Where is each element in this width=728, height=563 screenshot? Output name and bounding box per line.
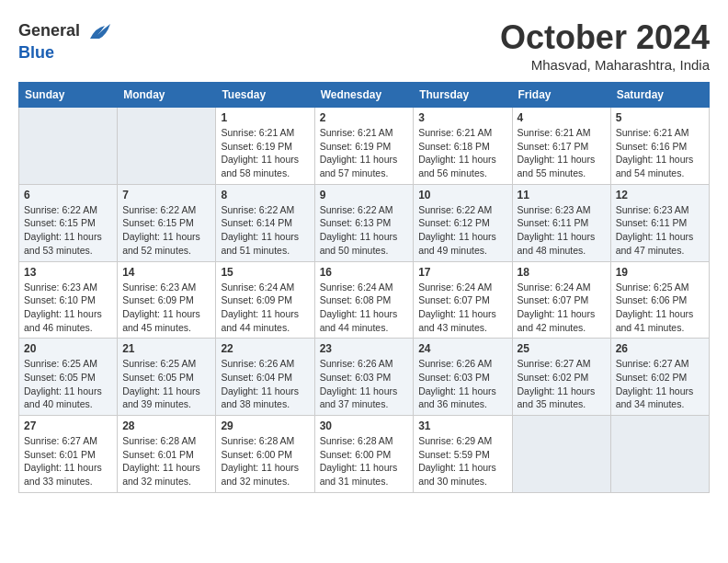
- weekday-header-monday: Monday: [118, 83, 216, 108]
- weekday-header-row: SundayMondayTuesdayWednesdayThursdayFrid…: [19, 83, 710, 108]
- cell-info: Sunrise: 6:21 AMSunset: 6:18 PMDaylight:…: [418, 126, 506, 180]
- day-number: 24: [418, 342, 506, 355]
- month-title: October 2024: [500, 18, 710, 57]
- logo: General Blue: [18, 18, 112, 63]
- calendar-cell: [512, 416, 610, 493]
- calendar-cell: 23Sunrise: 6:26 AMSunset: 6:03 PMDayligh…: [314, 339, 414, 416]
- cell-info: Sunrise: 6:27 AMSunset: 6:02 PMDaylight:…: [518, 357, 606, 411]
- day-number: 15: [221, 266, 309, 279]
- day-number: 18: [518, 266, 606, 279]
- calendar-table: SundayMondayTuesdayWednesdayThursdayFrid…: [18, 82, 710, 493]
- calendar-cell: [610, 416, 709, 493]
- day-number: 25: [518, 342, 606, 355]
- location: Mhasvad, Maharashtra, India: [500, 57, 710, 73]
- calendar-cell: [19, 108, 118, 185]
- day-number: 12: [616, 189, 704, 201]
- calendar-cell: 7Sunrise: 6:22 AMSunset: 6:15 PMDaylight…: [118, 184, 216, 261]
- logo-general: General: [18, 21, 80, 40]
- day-number: 13: [24, 266, 112, 279]
- calendar-cell: 28Sunrise: 6:28 AMSunset: 6:01 PMDayligh…: [118, 416, 216, 493]
- calendar-cell: 26Sunrise: 6:27 AMSunset: 6:02 PMDayligh…: [610, 339, 709, 416]
- calendar-cell: 24Sunrise: 6:26 AMSunset: 6:03 PMDayligh…: [414, 339, 512, 416]
- cell-info: Sunrise: 6:22 AMSunset: 6:13 PMDaylight:…: [320, 203, 409, 258]
- cell-info: Sunrise: 6:24 AMSunset: 6:09 PMDaylight:…: [221, 281, 309, 335]
- weekday-header-saturday: Saturday: [610, 83, 709, 108]
- cell-info: Sunrise: 6:27 AMSunset: 6:01 PMDaylight:…: [24, 434, 112, 488]
- day-number: 1: [221, 111, 309, 124]
- day-number: 9: [320, 189, 409, 201]
- calendar-cell: 25Sunrise: 6:27 AMSunset: 6:02 PMDayligh…: [512, 339, 610, 416]
- day-number: 10: [418, 189, 506, 201]
- day-number: 31: [418, 419, 506, 432]
- day-number: 7: [122, 189, 210, 201]
- calendar-cell: 4Sunrise: 6:21 AMSunset: 6:17 PMDaylight…: [512, 108, 610, 185]
- cell-info: Sunrise: 6:24 AMSunset: 6:07 PMDaylight:…: [518, 281, 606, 335]
- calendar-week-5: 27Sunrise: 6:27 AMSunset: 6:01 PMDayligh…: [19, 416, 710, 493]
- cell-info: Sunrise: 6:26 AMSunset: 6:03 PMDaylight:…: [418, 357, 506, 411]
- cell-info: Sunrise: 6:21 AMSunset: 6:19 PMDaylight:…: [221, 126, 309, 180]
- cell-info: Sunrise: 6:23 AMSunset: 6:09 PMDaylight:…: [122, 281, 210, 335]
- calendar-cell: 12Sunrise: 6:23 AMSunset: 6:11 PMDayligh…: [610, 184, 709, 261]
- weekday-header-friday: Friday: [512, 83, 610, 108]
- calendar-cell: 31Sunrise: 6:29 AMSunset: 5:59 PMDayligh…: [414, 416, 512, 493]
- cell-info: Sunrise: 6:25 AMSunset: 6:05 PMDaylight:…: [24, 357, 112, 411]
- day-number: 27: [24, 419, 112, 432]
- calendar-cell: [118, 108, 216, 185]
- calendar-cell: 2Sunrise: 6:21 AMSunset: 6:19 PMDaylight…: [314, 108, 414, 185]
- title-block: October 2024 Mhasvad, Maharashtra, India: [500, 18, 710, 73]
- calendar-cell: 30Sunrise: 6:28 AMSunset: 6:00 PMDayligh…: [314, 416, 414, 493]
- cell-info: Sunrise: 6:21 AMSunset: 6:16 PMDaylight:…: [616, 126, 704, 180]
- calendar-cell: 27Sunrise: 6:27 AMSunset: 6:01 PMDayligh…: [19, 416, 118, 493]
- day-number: 17: [418, 266, 506, 279]
- calendar-cell: 13Sunrise: 6:23 AMSunset: 6:10 PMDayligh…: [19, 261, 118, 339]
- day-number: 29: [221, 419, 309, 432]
- calendar-week-1: 1Sunrise: 6:21 AMSunset: 6:19 PMDaylight…: [19, 108, 710, 185]
- calendar-week-2: 6Sunrise: 6:22 AMSunset: 6:15 PMDaylight…: [19, 184, 710, 261]
- weekday-header-wednesday: Wednesday: [314, 83, 414, 108]
- page-header: General Blue October 2024 Mhasvad, Mahar…: [18, 18, 710, 73]
- calendar-cell: 6Sunrise: 6:22 AMSunset: 6:15 PMDaylight…: [19, 184, 118, 261]
- calendar-cell: 18Sunrise: 6:24 AMSunset: 6:07 PMDayligh…: [512, 261, 610, 339]
- cell-info: Sunrise: 6:23 AMSunset: 6:10 PMDaylight:…: [24, 281, 112, 335]
- cell-info: Sunrise: 6:22 AMSunset: 6:15 PMDaylight:…: [122, 203, 210, 258]
- calendar-cell: 14Sunrise: 6:23 AMSunset: 6:09 PMDayligh…: [118, 261, 216, 339]
- weekday-header-thursday: Thursday: [414, 83, 512, 108]
- calendar-cell: 15Sunrise: 6:24 AMSunset: 6:09 PMDayligh…: [216, 261, 314, 339]
- cell-info: Sunrise: 6:29 AMSunset: 5:59 PMDaylight:…: [418, 434, 506, 488]
- cell-info: Sunrise: 6:24 AMSunset: 6:07 PMDaylight:…: [418, 281, 506, 335]
- cell-info: Sunrise: 6:23 AMSunset: 6:11 PMDaylight:…: [616, 203, 704, 258]
- day-number: 14: [122, 266, 210, 279]
- calendar-cell: 11Sunrise: 6:23 AMSunset: 6:11 PMDayligh…: [512, 184, 610, 261]
- calendar-cell: 19Sunrise: 6:25 AMSunset: 6:06 PMDayligh…: [610, 261, 709, 339]
- day-number: 28: [122, 419, 210, 432]
- day-number: 5: [616, 111, 704, 124]
- calendar-cell: 20Sunrise: 6:25 AMSunset: 6:05 PMDayligh…: [19, 339, 118, 416]
- calendar-cell: 29Sunrise: 6:28 AMSunset: 6:00 PMDayligh…: [216, 416, 314, 493]
- calendar-cell: 5Sunrise: 6:21 AMSunset: 6:16 PMDaylight…: [610, 108, 709, 185]
- cell-info: Sunrise: 6:22 AMSunset: 6:15 PMDaylight:…: [24, 203, 112, 258]
- calendar-cell: 8Sunrise: 6:22 AMSunset: 6:14 PMDaylight…: [216, 184, 314, 261]
- day-number: 21: [122, 342, 210, 355]
- cell-info: Sunrise: 6:28 AMSunset: 6:00 PMDaylight:…: [320, 434, 409, 488]
- calendar-cell: 9Sunrise: 6:22 AMSunset: 6:13 PMDaylight…: [314, 184, 414, 261]
- day-number: 20: [24, 342, 112, 355]
- cell-info: Sunrise: 6:22 AMSunset: 6:14 PMDaylight:…: [221, 203, 309, 258]
- day-number: 3: [418, 111, 506, 124]
- day-number: 4: [518, 111, 606, 124]
- day-number: 8: [221, 189, 309, 201]
- cell-info: Sunrise: 6:26 AMSunset: 6:04 PMDaylight:…: [221, 357, 309, 411]
- cell-info: Sunrise: 6:23 AMSunset: 6:11 PMDaylight:…: [518, 203, 606, 258]
- calendar-cell: 22Sunrise: 6:26 AMSunset: 6:04 PMDayligh…: [216, 339, 314, 416]
- day-number: 30: [320, 419, 409, 432]
- cell-info: Sunrise: 6:27 AMSunset: 6:02 PMDaylight:…: [616, 357, 704, 411]
- calendar-cell: 17Sunrise: 6:24 AMSunset: 6:07 PMDayligh…: [414, 261, 512, 339]
- day-number: 23: [320, 342, 409, 355]
- cell-info: Sunrise: 6:28 AMSunset: 6:00 PMDaylight:…: [221, 434, 309, 488]
- cell-info: Sunrise: 6:21 AMSunset: 6:17 PMDaylight:…: [518, 126, 606, 180]
- cell-info: Sunrise: 6:21 AMSunset: 6:19 PMDaylight:…: [320, 126, 409, 180]
- cell-info: Sunrise: 6:24 AMSunset: 6:08 PMDaylight:…: [320, 281, 409, 335]
- cell-info: Sunrise: 6:25 AMSunset: 6:05 PMDaylight:…: [122, 357, 210, 411]
- cell-info: Sunrise: 6:22 AMSunset: 6:12 PMDaylight:…: [418, 203, 506, 258]
- calendar-cell: 10Sunrise: 6:22 AMSunset: 6:12 PMDayligh…: [414, 184, 512, 261]
- logo-blue: Blue: [18, 43, 54, 62]
